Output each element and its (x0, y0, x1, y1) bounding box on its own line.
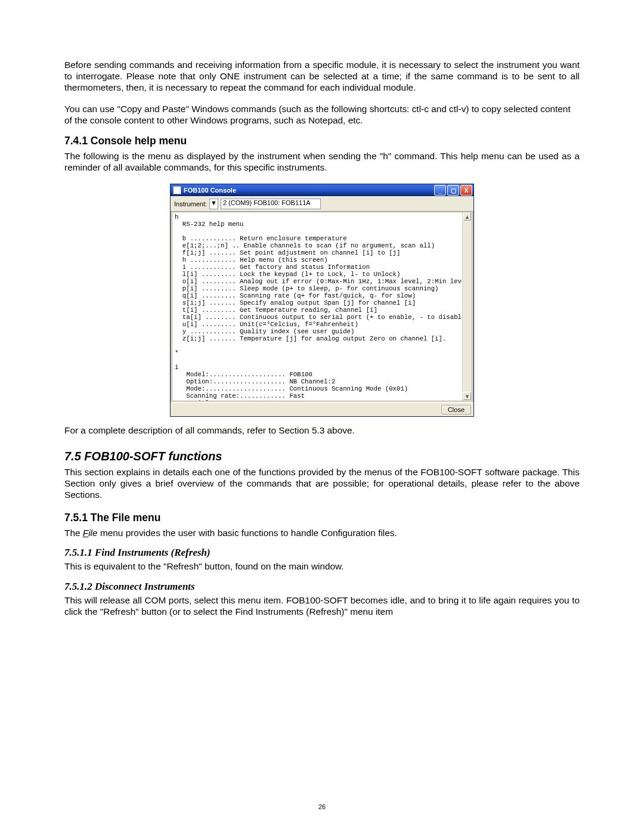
text-run-underline: F (83, 528, 88, 538)
paragraph: For a complete description of all comman… (64, 425, 580, 436)
console-window: FOB100 Console _ ▢ X Instrument: ▼ 2 (CO… (170, 184, 474, 417)
paragraph: Before sending commands and receiving in… (64, 60, 580, 93)
instrument-label: Instrument: (174, 200, 207, 208)
close-button[interactable]: Close (441, 405, 471, 414)
heading-7-5: 7.5 FOB100-SOFT functions (64, 450, 580, 463)
minimize-icon[interactable]: _ (434, 185, 446, 196)
console-text: h RS-232 help menu b ............ Return… (175, 213, 462, 401)
maximize-icon[interactable]: ▢ (447, 185, 459, 196)
scroll-up-icon[interactable]: ▲ (463, 212, 472, 221)
console-toolbar: Instrument: ▼ 2 (COM9) FOB100: FOB111A (171, 196, 473, 212)
document-page: Before sending commands and receiving in… (0, 0, 644, 833)
vertical-scrollbar[interactable]: ▲ ▼ (462, 212, 472, 401)
heading-7-4-1: 7.4.1 Console help menu (64, 135, 580, 147)
paragraph: This will release all COM ports, select … (64, 595, 580, 618)
paragraph: This section explains in details each on… (64, 467, 580, 500)
paragraph: You can use "Copy and Paste" Windows com… (64, 104, 580, 126)
text-run-italic: ile (88, 528, 97, 538)
heading-7-5-1-2: 7.5.1.2 Disconnect Instruments (64, 581, 580, 593)
text-run: menu provides the user with basic functi… (98, 528, 397, 538)
scroll-down-icon[interactable]: ▼ (463, 392, 472, 401)
paragraph: The following is the menu as displayed b… (64, 151, 580, 174)
app-icon (173, 186, 181, 194)
window-titlebar[interactable]: FOB100 Console _ ▢ X (171, 184, 473, 196)
console-output-area[interactable]: h RS-232 help menu b ............ Return… (172, 212, 472, 401)
heading-7-5-1: 7.5.1 The File menu (64, 512, 580, 524)
text-run: The (64, 528, 83, 538)
instrument-select[interactable]: 2 (COM9) FOB100: FOB111A (221, 199, 321, 209)
console-footer: Close (171, 402, 473, 416)
paragraph: The File menu provides the user with bas… (64, 528, 580, 539)
close-icon[interactable]: X (460, 185, 472, 196)
paragraph: This is equivalent to the "Refresh" butt… (64, 561, 580, 572)
window-title: FOB100 Console (184, 187, 236, 194)
heading-7-5-1-1: 7.5.1.1 Find Instruments (Refresh) (64, 547, 580, 559)
page-number: 26 (0, 803, 644, 810)
console-window-figure: FOB100 Console _ ▢ X Instrument: ▼ 2 (CO… (170, 184, 474, 417)
instrument-dropdown-arrow[interactable]: ▼ (209, 199, 218, 209)
